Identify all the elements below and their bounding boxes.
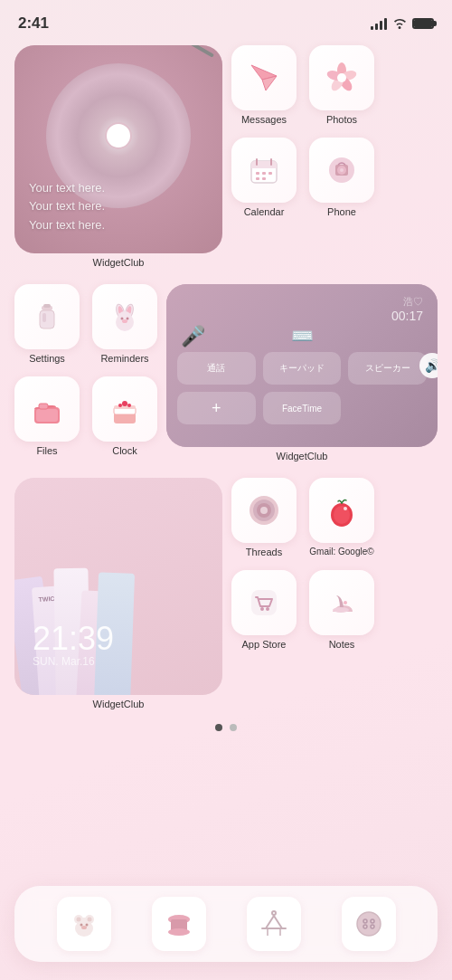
svg-point-41: [118, 404, 122, 407]
svg-rect-17: [262, 177, 266, 180]
files-icon: [14, 376, 80, 442]
phone-label: Phone: [327, 206, 356, 217]
grid-btn-3[interactable]: スピーカー: [348, 352, 427, 385]
apps-row-top: Messages Pho: [231, 45, 374, 125]
row1: Your text here. Your text here. Your tex…: [14, 45, 438, 268]
books-visual: TWICE 21:39 SUN. Mar.16: [14, 478, 222, 695]
widgetclub-widget-1[interactable]: Your text here. Your text here. Your tex…: [14, 45, 222, 268]
apps-2x2-left: Settings: [14, 284, 157, 461]
svg-rect-36: [39, 404, 48, 409]
page-dots: [0, 724, 452, 731]
phone-app[interactable]: Phone: [309, 138, 374, 217]
svg-rect-14: [262, 172, 266, 175]
dock-icon-2: [152, 897, 206, 951]
svg-point-46: [260, 507, 268, 514]
svg-point-40: [122, 401, 127, 406]
home-screen: Your text here. Your text here. Your tex…: [0, 40, 452, 709]
appstore-icon: [231, 570, 297, 635]
svg-point-72: [357, 912, 381, 936]
svg-point-61: [81, 926, 87, 929]
mic-icon: 🎤: [181, 325, 205, 348]
apps-2x2-right: Messages Pho: [231, 45, 374, 268]
messages-label: Messages: [241, 114, 287, 125]
svg-point-31: [121, 318, 124, 320]
svg-rect-10: [251, 165, 277, 168]
svg-point-30: [118, 311, 132, 326]
status-bar: 2:41: [0, 0, 452, 40]
apps-right-col: Threads Gmail: Google©: [231, 478, 374, 709]
files-label: Files: [36, 445, 57, 456]
reminders-app[interactable]: Reminders: [92, 284, 157, 364]
svg-rect-16: [256, 177, 259, 180]
dock-item-3[interactable]: [247, 897, 301, 951]
dock: [14, 886, 438, 962]
svg-point-59: [80, 924, 82, 927]
files-app[interactable]: Files: [14, 376, 80, 456]
notes-label: Notes: [329, 639, 355, 650]
settings-app[interactable]: Settings: [14, 284, 80, 364]
appstore-app[interactable]: App Store: [231, 570, 297, 650]
svg-point-62: [76, 918, 80, 922]
svg-rect-24: [42, 313, 46, 322]
notes-app[interactable]: Notes: [309, 570, 374, 650]
dock-icon-3: [247, 897, 301, 951]
notes-icon: [309, 570, 374, 635]
widgetclub-label-3: WidgetClub: [93, 699, 145, 709]
books-time-overlay: 21:39 SUN. Mar.16: [33, 623, 114, 668]
phone-widget-time: 浩♡ 00:17: [391, 295, 423, 323]
dock-item-1[interactable]: [57, 897, 111, 951]
svg-point-7: [337, 73, 346, 82]
phone-widget-inner: 浩♡ 00:17 🎤 ⌨️ 通話 キーパッド スピーカー + FaceTime …: [166, 284, 438, 447]
threads-icon: [231, 478, 297, 543]
dot-2[interactable]: [230, 724, 237, 731]
dock-item-2[interactable]: [152, 897, 206, 951]
svg-rect-50: [251, 590, 277, 615]
svg-rect-22: [43, 304, 51, 308]
svg-point-63: [87, 918, 91, 922]
calendar-label: Calendar: [244, 206, 285, 217]
dock-item-4[interactable]: [342, 897, 396, 951]
grid-btn-1[interactable]: 通話: [177, 352, 256, 385]
calendar-icon: [231, 138, 297, 203]
gmail-icon: [309, 478, 374, 543]
svg-point-54: [344, 601, 347, 604]
messages-app[interactable]: Messages: [231, 45, 297, 125]
svg-point-20: [340, 168, 344, 172]
settings-label: Settings: [29, 353, 65, 364]
clock-app[interactable]: Clock: [92, 376, 157, 456]
settings-icon: [14, 284, 80, 349]
grid-btn-2[interactable]: キーパッド: [263, 352, 342, 385]
apps-row-bottom-3: App Store Notes: [231, 570, 374, 650]
dot-1[interactable]: [215, 724, 222, 731]
apps-row-top-3: Threads Gmail: Google©: [231, 478, 374, 557]
battery-icon: [412, 18, 434, 29]
svg-point-49: [344, 507, 347, 510]
photos-app[interactable]: Photos: [309, 45, 374, 125]
apps-row-bottom-2: Files: [14, 376, 157, 456]
dock-icon-4: [342, 897, 396, 951]
row2: Settings: [14, 284, 438, 461]
svg-rect-35: [36, 409, 58, 422]
apps-row-bottom: Calendar Phone: [231, 138, 374, 217]
widgetclub-widget-3[interactable]: TWICE 21:39 SUN. Mar.16: [14, 478, 222, 709]
widgetclub-label-2: WidgetClub: [277, 451, 328, 461]
threads-app[interactable]: Threads: [231, 478, 297, 557]
add-contact-btn[interactable]: +: [177, 392, 256, 424]
reminders-icon: [92, 284, 157, 349]
svg-point-51: [260, 607, 264, 611]
calendar-app[interactable]: Calendar: [231, 138, 297, 217]
svg-point-32: [127, 318, 129, 320]
svg-point-48: [334, 506, 350, 524]
svg-point-68: [272, 911, 276, 915]
signal-icon: [371, 17, 387, 30]
widgetclub-label-1: WidgetClub: [93, 257, 145, 268]
gmail-app[interactable]: Gmail: Google©: [309, 478, 374, 557]
facetime-btn[interactable]: FaceTime: [263, 392, 342, 424]
phone-icon: [309, 138, 374, 203]
keypad-icon: ⌨️: [291, 325, 314, 347]
vinyl-needle: [181, 45, 214, 58]
widgetclub-widget-2[interactable]: 浩♡ 00:17 🎤 ⌨️ 通話 キーパッド スピーカー + FaceTime …: [166, 284, 438, 461]
threads-label: Threads: [246, 547, 282, 557]
speaker-button[interactable]: 🔊: [419, 353, 438, 378]
svg-point-33: [122, 319, 127, 323]
